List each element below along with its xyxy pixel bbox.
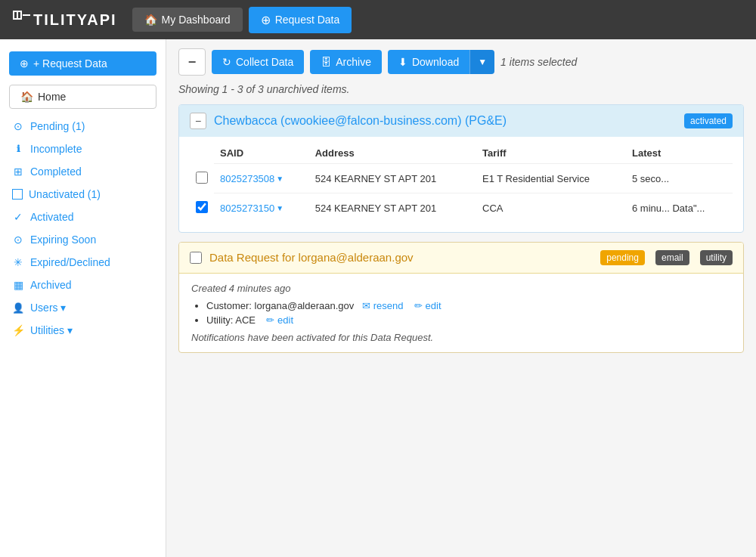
content-area: − ↻ Collect Data 🗄 Archive ⬇ Download ▼ … [166, 39, 756, 557]
items-selected: 1 items selected [500, 56, 577, 68]
deselect-btn[interactable]: − [178, 48, 206, 76]
sidebar-item-incomplete[interactable]: ℹ Incomplete [0, 138, 166, 160]
sidebar-item-activated[interactable]: ✓ Activated [0, 206, 166, 228]
row1-latest: 5 seco... [626, 164, 733, 193]
table-row: 8025273508 ▼ 524 KEARNEY ST APT 201 E1 T… [190, 164, 733, 193]
pending-icon: ⊙ [12, 120, 24, 132]
unactivated-label: Unactivated (1) [29, 188, 101, 200]
archive-icon: 🗄 [321, 56, 331, 68]
sidebar-request-btn[interactable]: ⊕ + Request Data [9, 51, 156, 76]
incomplete-label: Incomplete [30, 143, 82, 155]
users-label: Users ▾ [30, 302, 66, 314]
row2-address: 524 KEARNEY ST APT 201 [309, 193, 476, 223]
sidebar-item-pending[interactable]: ⊙ Pending (1) [0, 115, 166, 138]
sidebar-item-unactivated[interactable]: Unactivated (1) [0, 183, 166, 206]
table-row: 8025273150 ▼ 524 KEARNEY ST APT 201 CCA … [190, 193, 733, 223]
email-badge: email [655, 250, 689, 265]
col-checkbox [190, 143, 214, 164]
sidebar-home-label: Home [38, 91, 66, 103]
refresh-icon: ↻ [222, 56, 231, 68]
top-nav: TILITYAPI 🏠 My Dashboard ⊕ Request Data [0, 0, 756, 39]
sidebar: ⊕ + Request Data 🏠 Home ⊙ Pending (1) ℹ … [0, 39, 166, 557]
caret-down-icon: ▼ [478, 57, 487, 67]
home-icon: 🏠 [144, 14, 157, 26]
pending-card: Data Request for lorgana@alderaan.gov pe… [178, 242, 744, 353]
request-data-topnav-btn[interactable]: ⊕ Request Data [249, 7, 352, 33]
expiring-icon: ⊙ [12, 234, 24, 246]
pending-card-header: Data Request for lorgana@alderaan.gov pe… [179, 243, 743, 274]
dashboard-label: My Dashboard [162, 14, 231, 26]
utility-edit-link[interactable]: ✏ edit [266, 314, 293, 326]
row1-checkbox-cell [190, 164, 214, 193]
bullet-list: Customer: lorgana@alderaan.gov ✉ ✉ resen… [191, 300, 731, 326]
said-link-1[interactable]: 8025273508 ▼ [220, 173, 303, 184]
archive-label: Archive [336, 56, 371, 68]
row2-latest: 6 minu... Data"... [626, 193, 733, 223]
row2-checkbox[interactable] [196, 201, 208, 213]
row2-tariff: CCA [476, 193, 626, 223]
pencil-icon-1: ✏ [414, 300, 423, 311]
main-layout: ⊕ + Request Data 🏠 Home ⊙ Pending (1) ℹ … [0, 39, 756, 557]
incomplete-icon: ℹ [12, 144, 24, 154]
sidebar-item-expiring-soon[interactable]: ⊙ Expiring Soon [0, 228, 166, 251]
envelope-icon: ✉ [362, 300, 370, 311]
activated-icon: ✓ [12, 211, 24, 223]
download-icon: ⬇ [398, 56, 407, 68]
showing-text: Showing 1 - 3 of 3 unarchived items. [178, 83, 744, 95]
col-latest: Latest [626, 143, 733, 164]
pending-badge: pending [600, 250, 645, 265]
completed-label: Completed [30, 166, 82, 178]
download-group: ⬇ Download ▼ [388, 50, 494, 74]
minus-collapse-icon: − [195, 115, 201, 127]
home-sidebar-icon: 🏠 [20, 91, 33, 103]
chewbacca-card-body: SAID Address Tariff Latest [179, 137, 743, 232]
row2-checkbox-cell [190, 193, 214, 223]
dashboard-btn[interactable]: 🏠 My Dashboard [132, 8, 243, 32]
unactivated-icon [12, 189, 23, 200]
archived-icon: ▦ [12, 279, 24, 291]
users-icon: 👤 [12, 302, 24, 314]
col-tariff: Tariff [476, 143, 626, 164]
col-address: Address [309, 143, 476, 164]
pencil-icon-2: ✏ [266, 314, 274, 326]
archived-label: Archived [30, 279, 71, 291]
expired-label: Expired/Declined [30, 256, 110, 268]
sidebar-item-utilities[interactable]: ⚡ Utilities ▾ [0, 319, 166, 342]
download-btn[interactable]: ⬇ Download [388, 50, 469, 74]
sidebar-item-completed[interactable]: ⊞ Completed [0, 160, 166, 183]
resend-link[interactable]: ✉ ✉ resend resend [362, 300, 406, 311]
said-link-2[interactable]: 8025273150 ▼ [220, 203, 303, 214]
archive-btn[interactable]: 🗄 Archive [310, 50, 382, 74]
sidebar-item-users[interactable]: 👤 Users ▾ [0, 296, 166, 319]
chewbacca-card-header: − Chewbacca (cwookiee@falcon-business.co… [179, 105, 743, 137]
activated-label: Activated [30, 211, 74, 223]
expired-icon: ✳ [12, 256, 24, 268]
download-caret-btn[interactable]: ▼ [469, 50, 494, 74]
completed-icon: ⊞ [12, 166, 24, 178]
sidebar-item-archived[interactable]: ▦ Archived [0, 274, 166, 296]
sidebar-item-expired-declined[interactable]: ✳ Expired/Declined [0, 251, 166, 274]
plus-circle-icon: ⊕ [20, 57, 29, 70]
pending-card-body: Created 4 minutes ago Customer: lorgana@… [179, 274, 743, 352]
customer-edit-link[interactable]: ✏ edit [414, 300, 442, 311]
utility-text: Utility: ACE [206, 314, 256, 326]
col-said: SAID [214, 143, 309, 164]
minus-icon: − [188, 54, 197, 70]
row2-said: 8025273150 ▼ [214, 193, 309, 223]
sidebar-nav: ⊙ Pending (1) ℹ Incomplete ⊞ Completed [0, 115, 166, 342]
list-item-customer: Customer: lorgana@alderaan.gov ✉ ✉ resen… [206, 300, 731, 311]
data-table: SAID Address Tariff Latest [190, 143, 733, 223]
utilities-label: Utilities ▾ [30, 324, 73, 336]
logo-icon [12, 10, 32, 29]
utility-badge: utility [700, 250, 733, 265]
caret-said-1: ▼ [276, 175, 284, 183]
collapse-btn[interactable]: − [190, 113, 206, 129]
pending-card-checkbox[interactable] [190, 252, 202, 264]
row1-checkbox[interactable] [196, 172, 208, 184]
sidebar-home-btn[interactable]: 🏠 Home [9, 85, 156, 109]
chewbacca-card: − Chewbacca (cwookiee@falcon-business.co… [178, 104, 744, 233]
collect-data-btn[interactable]: ↻ Collect Data [212, 50, 304, 74]
logo-text: TILITYAPI [33, 11, 117, 29]
pending-card-title: Data Request for lorgana@alderaan.gov [209, 251, 593, 264]
chewbacca-title: Chewbacca (cwookiee@falcon-business.com)… [214, 114, 677, 128]
